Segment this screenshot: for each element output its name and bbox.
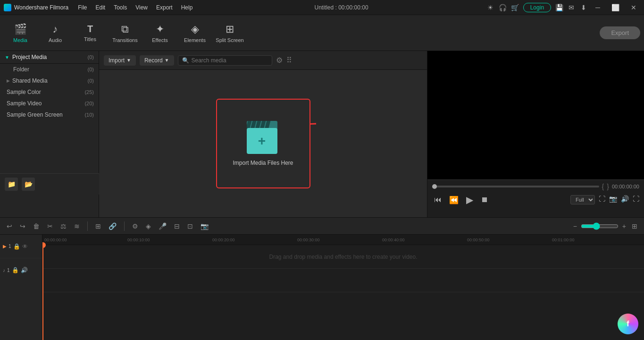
toolbar-audio[interactable]: ♪ Audio: [39, 17, 72, 49]
eye-icon[interactable]: 👁: [22, 243, 28, 250]
playhead[interactable]: [42, 245, 43, 340]
menu-view[interactable]: View: [132, 3, 151, 12]
add-track-button[interactable]: ⊞: [93, 221, 103, 231]
stop-button[interactable]: ⏹: [479, 195, 490, 205]
shared-media-item[interactable]: ▶ Shared Media (0): [0, 75, 99, 86]
timeline-toolbar: ↩ ↪ 🗑 ✂ ⚖ ≋ ⊞ 🔗 ⚙ ◈ 🎤 ⊟ ⊡ 📷 − + ⊞: [0, 218, 644, 235]
add-folder-button[interactable]: 📁: [5, 178, 18, 191]
zoom-icon[interactable]: ⛶: [633, 195, 639, 204]
mic-button[interactable]: 🎤: [157, 221, 168, 231]
import-button[interactable]: Import ▼: [104, 55, 136, 66]
volume-icon[interactable]: 🔊: [621, 195, 629, 204]
split-screen-icon: ⊞: [226, 23, 234, 35]
timeline-main: 00:00:00:00 00:00:10:00 00:00:20:00 00:0…: [42, 235, 644, 340]
mail-icon[interactable]: ✉: [567, 3, 576, 12]
zoom-in-button[interactable]: +: [620, 221, 628, 231]
audio-wave-button[interactable]: ≋: [72, 221, 82, 231]
toolbar-elements[interactable]: ◈ Elements: [178, 17, 211, 49]
toolbar-transitions[interactable]: ⧉ Transitions: [109, 17, 142, 49]
toolbar-split-screen[interactable]: ⊞ Split Screen: [213, 17, 246, 49]
save-icon[interactable]: 💾: [555, 3, 563, 12]
sun-icon[interactable]: ☀: [486, 3, 495, 12]
close-button[interactable]: ✕: [627, 4, 640, 11]
record-dropdown-icon[interactable]: ▼: [165, 58, 169, 63]
toolbar-effects[interactable]: ✦ Effects: [143, 17, 176, 49]
video-track-controls: 🔒 👁: [13, 243, 28, 250]
sample-color-label: Sample Color: [7, 89, 41, 95]
menu-edit[interactable]: Edit: [92, 3, 109, 12]
timeline-tracks[interactable]: Drag and drop media and effects here to …: [42, 245, 644, 340]
minimize-button[interactable]: ─: [592, 4, 604, 11]
audio-mute-icon[interactable]: 🔊: [21, 267, 28, 273]
headset-icon[interactable]: 🎧: [499, 3, 507, 12]
delete-button[interactable]: 🗑: [31, 221, 42, 231]
menu-file[interactable]: File: [74, 3, 91, 12]
import-dropdown-icon[interactable]: ▼: [126, 58, 131, 63]
sample-video-label: Sample Video: [7, 100, 42, 107]
track-label-video1: ▶ 1 🔒 👁: [0, 235, 42, 258]
skip-back-button[interactable]: ⏮: [432, 195, 443, 205]
adjust-button[interactable]: ⚖: [59, 221, 68, 231]
cart-icon[interactable]: 🛒: [511, 3, 519, 12]
record-button[interactable]: Record ▼: [140, 55, 174, 66]
folder-item[interactable]: Folder (0): [0, 64, 99, 75]
audio-lock-icon[interactable]: 🔒: [12, 267, 19, 273]
camera-button[interactable]: 📷: [199, 221, 210, 231]
toolbar-media[interactable]: 🎬 Media: [4, 17, 37, 49]
cut-button[interactable]: ✂: [45, 221, 55, 231]
zoom-out-button[interactable]: −: [571, 221, 579, 231]
undo-button[interactable]: ↩: [5, 221, 14, 231]
fit-button[interactable]: ⊞: [630, 221, 639, 231]
preview-buttons: ⏮ ⏪ ▶ ⏹ Full ⛶ 📷 🔊 ⛶: [432, 193, 639, 206]
collapse-arrow[interactable]: ▼: [5, 55, 9, 60]
audio-track-row: [42, 269, 644, 292]
time-mark-6: 00:01:00:00: [552, 238, 575, 242]
marker-button[interactable]: ◈: [144, 221, 153, 231]
export-button[interactable]: Export: [600, 26, 640, 39]
seekbar-thumb[interactable]: [432, 184, 437, 189]
sample-green-screen-item[interactable]: Sample Green Screen (10): [0, 109, 99, 120]
sample-color-item[interactable]: Sample Color (25): [0, 86, 99, 98]
folder-label: Folder: [13, 66, 29, 73]
frame-back-button[interactable]: ⏪: [447, 195, 460, 205]
caption-button[interactable]: ⊟: [172, 221, 182, 231]
seekbar-track[interactable]: [432, 186, 599, 187]
link-button[interactable]: 🔗: [107, 221, 118, 231]
fullscreen-icon[interactable]: ⛶: [599, 195, 605, 204]
video-track-row: Drag and drop media and effects here to …: [42, 245, 644, 269]
toolbar-media-label: Media: [13, 37, 27, 43]
media-toolbar: Import ▼ Record ▼ 🔍 ⚙ ⠿: [99, 51, 427, 70]
login-button[interactable]: Login: [523, 3, 551, 12]
settings-button[interactable]: ⚙: [130, 221, 140, 231]
sample-video-item[interactable]: Sample Video (20): [0, 98, 99, 109]
quality-select[interactable]: Full: [570, 195, 595, 204]
audio-track-icon: ♪: [3, 268, 5, 273]
grid-icon[interactable]: ⠿: [286, 56, 292, 65]
preview-controls: { } 00:00:00:00 ⏮ ⏪ ▶ ⏹ Full ⛶ 📷 🔊 ⛶: [427, 179, 644, 217]
import-media-card[interactable]: + Import Media Files Here: [216, 99, 310, 188]
menu-tools[interactable]: Tools: [110, 3, 131, 12]
audio-icon: ♪: [53, 23, 58, 35]
project-media-count: (0): [88, 54, 94, 60]
snapshot-icon[interactable]: 📷: [609, 195, 617, 204]
zoom-slider[interactable]: [581, 222, 619, 230]
toolbar-titles[interactable]: T Titles: [74, 17, 107, 49]
menu-export[interactable]: Export: [152, 3, 176, 12]
menu-help[interactable]: Help: [177, 3, 197, 12]
preview-right-icons: Full ⛶ 📷 🔊 ⛶: [570, 195, 639, 204]
video-track-number: 1: [8, 244, 11, 249]
redo-button[interactable]: ↪: [18, 221, 27, 231]
lock-icon[interactable]: 🔒: [13, 243, 20, 250]
stabilize-button[interactable]: ⊡: [185, 221, 195, 231]
transitions-icon: ⧉: [121, 23, 129, 35]
download-icon[interactable]: ⬇: [579, 3, 588, 12]
audio-track-number: 1: [7, 268, 10, 273]
import-folder-button[interactable]: 📂: [22, 178, 35, 191]
clapper-plus-icon: +: [258, 134, 266, 149]
search-input[interactable]: [192, 57, 268, 64]
play-button[interactable]: ▶: [464, 193, 475, 206]
timeline-track-labels: ▶ 1 🔒 👁 ♪ 1 🔒 🔊: [0, 235, 42, 340]
search-icon: 🔍: [182, 57, 189, 64]
filter-icon[interactable]: ⚙: [276, 56, 283, 65]
maximize-button[interactable]: ⬜: [608, 4, 623, 11]
